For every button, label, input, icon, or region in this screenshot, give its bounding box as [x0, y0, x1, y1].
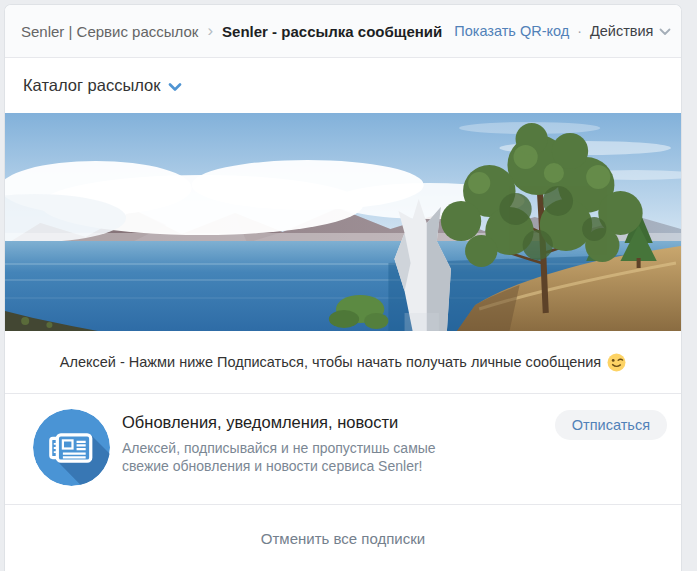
- landscape-illustration: [5, 113, 681, 331]
- greeting-message: Алексей - Нажми ниже Подписаться, чтобы …: [5, 331, 681, 394]
- newspaper-icon: [33, 409, 110, 486]
- cancel-all-subscriptions-link[interactable]: Отменить все подписки: [261, 530, 425, 547]
- subscription-title: Обновления, уведомления, новости: [122, 413, 555, 432]
- catalog-dropdown-label: Каталог рассылок: [23, 76, 161, 95]
- page-title: Senler - рассылка сообщений: [222, 23, 442, 40]
- breadcrumb-separator-icon: ›: [207, 21, 213, 41]
- chevron-down-icon: [659, 23, 671, 39]
- cover-banner-image: [5, 113, 681, 331]
- footer: Отменить все подписки: [5, 505, 681, 571]
- show-qr-link[interactable]: Показать QR-код: [454, 23, 569, 39]
- breadcrumb: Senler | Сервис рассылок › Senler - расс…: [5, 5, 681, 58]
- app-card: Senler | Сервис рассылок › Senler - расс…: [4, 4, 682, 571]
- subscription-description: Алексей, подписывайся и не пропустишь са…: [122, 439, 472, 475]
- greeting-message-text: Алексей - Нажми ниже Подписаться, чтобы …: [60, 354, 601, 370]
- subscription-row: Обновления, уведомления, новости Алексей…: [5, 394, 681, 505]
- catalog-dropdown[interactable]: Каталог рассылок: [5, 58, 681, 113]
- chevron-down-icon: [168, 78, 182, 96]
- unsubscribe-button[interactable]: Отписаться: [555, 410, 667, 440]
- subscription-avatar: [33, 409, 110, 486]
- actions-menu[interactable]: Действия: [590, 23, 672, 39]
- dot-separator: ·: [577, 23, 582, 39]
- subscription-info: Обновления, уведомления, новости Алексей…: [122, 409, 555, 475]
- wink-emoji-icon: [607, 352, 626, 372]
- breadcrumb-root-link[interactable]: Senler | Сервис рассылок: [21, 23, 198, 40]
- actions-menu-label: Действия: [590, 23, 654, 39]
